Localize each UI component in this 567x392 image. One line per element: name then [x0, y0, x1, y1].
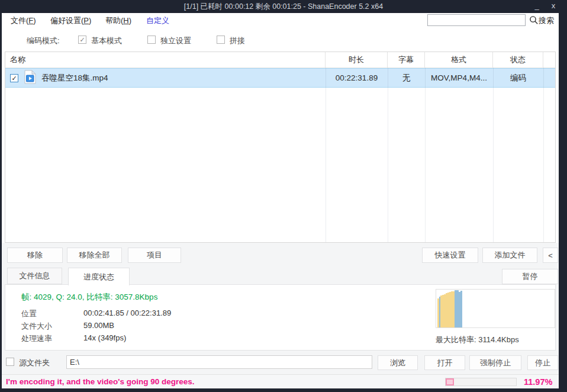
independent-settings-label: 独立设置 [160, 36, 191, 46]
basic-mode-checkbox[interactable] [78, 36, 86, 44]
independent-settings-checkbox[interactable] [147, 36, 156, 44]
tab-progress-status[interactable]: 进度状态 [68, 268, 130, 285]
tab-file-info[interactable]: 文件信息 [7, 268, 62, 284]
encode-stats-text: 帧: 4029, Q: 24.0, 比特率: 3057.8Kbps [21, 292, 157, 303]
column-divider [388, 68, 388, 242]
subtitle-cell: 无 [388, 73, 425, 83]
row-checkbox[interactable] [10, 74, 18, 82]
bitrate-chart [436, 289, 555, 328]
file-name: 吞噬星空18集.mp4 [41, 73, 108, 83]
column-header-subtitle[interactable]: 字幕 [388, 52, 425, 68]
quick-settings-button[interactable]: 快速设置 [422, 248, 478, 263]
search-button[interactable]: 搜索 [539, 13, 554, 28]
table-row[interactable]: 吞噬星空18集.mp4 00:22:31.89 无 MOV,MP4,M4... … [5, 68, 555, 88]
remove-button[interactable]: 移除 [7, 248, 63, 263]
status-cell: 编码 [493, 73, 543, 83]
encoding-mode-row: 编码模式: 基本模式 独立设置 拼接 [2, 28, 559, 52]
column-header-name[interactable]: 名称 [5, 52, 326, 68]
progress-status-panel: 帧: 4029, Q: 24.0, 比特率: 3057.8Kbps 位置 00:… [5, 284, 556, 351]
statusbar: I'm encoding it, and the video's going 9… [2, 374, 559, 388]
position-label: 位置 [21, 309, 37, 319]
titlebar[interactable]: [1/1] 已耗时 00:00:12 剩余 00:01:25 - ShanaEn… [0, 0, 567, 13]
menu-item-custom[interactable]: 自定义 [146, 13, 169, 28]
source-folder-checkbox[interactable] [6, 358, 14, 366]
column-divider [425, 68, 426, 242]
column-header-duration[interactable]: 时长 [326, 52, 388, 68]
bitrate-bar [460, 291, 462, 327]
progress-fill [446, 378, 454, 385]
force-stop-button[interactable]: 强制停止 [469, 355, 521, 370]
menubar: 文件(F) 偏好设置(P) 帮助(H) 自定义 搜索 [2, 13, 559, 28]
collapse-button[interactable]: < [543, 248, 558, 263]
max-bitrate-label: 最大比特率: 3114.4Kbps [436, 335, 519, 345]
column-header-status[interactable]: 状态 [493, 52, 543, 68]
duration-cell: 00:22:31.89 [326, 73, 388, 82]
basic-mode-label: 基本模式 [91, 36, 122, 46]
filesize-label: 文件大小 [21, 321, 52, 332]
menu-item-file[interactable]: 文件(F) [11, 13, 36, 28]
search-input[interactable] [427, 14, 526, 26]
project-button[interactable]: 项目 [128, 248, 181, 263]
menu-item-help[interactable]: 帮助(H) [105, 13, 131, 28]
concat-checkbox[interactable] [217, 36, 225, 44]
column-divider [543, 68, 544, 242]
column-header-spacer [543, 52, 555, 68]
encoding-mode-label: 编码模式: [27, 36, 60, 46]
column-divider [493, 68, 494, 242]
open-button[interactable]: 打开 [424, 355, 465, 370]
remove-all-button[interactable]: 移除全部 [67, 248, 122, 263]
browse-button[interactable]: 浏览 [378, 355, 418, 370]
speed-value: 14x (349fps) [83, 333, 126, 342]
window-title: [1/1] 已耗时 00:00:12 剩余 00:01:25 - ShanaEn… [0, 0, 567, 13]
add-files-button[interactable]: 添加文件 [482, 248, 537, 263]
source-path-input[interactable] [66, 355, 372, 369]
file-table: 名称 时长 字幕 格式 状态 [5, 52, 556, 243]
stop-button[interactable]: 停止 [527, 355, 558, 370]
progress-percent: 11.97% [524, 375, 552, 388]
shanaencoder-window: [1/1] 已耗时 00:00:12 剩余 00:01:25 - ShanaEn… [0, 0, 567, 392]
column-divider [326, 68, 326, 242]
window-body: 文件(F) 偏好设置(P) 帮助(H) 自定义 搜索 编码模式: 基本模式 独立… [2, 13, 559, 388]
video-file-icon [24, 70, 36, 86]
minimize-button[interactable]: _ [531, 0, 542, 13]
file-table-header: 名称 时长 字幕 格式 状态 [5, 52, 555, 68]
pause-button[interactable]: 暂停 [502, 269, 558, 284]
menu-item-preferences[interactable]: 偏好设置(P) [50, 13, 91, 28]
concat-label: 拼接 [230, 36, 245, 46]
position-value: 00:02:41.85 / 00:22:31.89 [83, 309, 171, 317]
search-icon [529, 15, 539, 25]
column-header-format[interactable]: 格式 [425, 52, 493, 68]
bitrate-bar [455, 290, 459, 327]
speed-label: 处理速率 [21, 333, 52, 344]
filesize-value: 59.00MB [83, 321, 114, 330]
progress-bar [445, 378, 517, 386]
file-name-cell: 吞噬星空18集.mp4 [5, 70, 326, 86]
source-folder-label: 源文件夹 [19, 358, 50, 368]
status-message: I'm encoding it, and the video's going 9… [6, 375, 194, 388]
close-button[interactable]: x [548, 0, 559, 13]
format-cell: MOV,MP4,M4... [425, 73, 493, 82]
